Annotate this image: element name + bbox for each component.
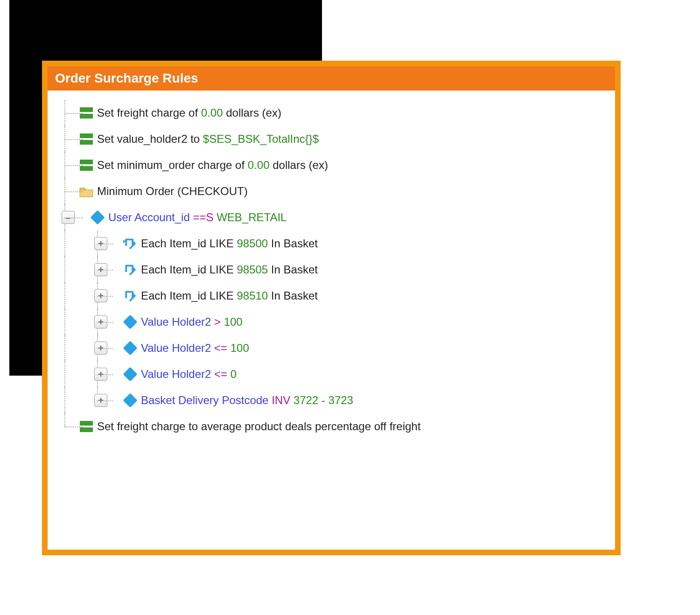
panel-title: Order Surcharge Rules bbox=[48, 66, 615, 91]
tree-node-set-freight[interactable]: Set freight charge of 0.00 dollars (ex) bbox=[54, 100, 609, 126]
expand-toggle[interactable]: + bbox=[94, 394, 107, 407]
rule-value: 3722 - 3723 bbox=[294, 394, 353, 407]
rules-tree: Set freight charge of 0.00 dollars (ex) … bbox=[54, 100, 609, 440]
tree-node-value-holder-lte-0[interactable]: + Value Holder2 <= 0 bbox=[54, 361, 609, 387]
rule-value: 98500 bbox=[237, 237, 268, 250]
rule-text: Set minimum_order charge of bbox=[97, 159, 248, 172]
condition-icon bbox=[123, 369, 137, 379]
rule-operator: INV bbox=[272, 394, 294, 407]
tree-node-user-account[interactable]: – User Account_id ==S WEB_RETAIL bbox=[54, 204, 609, 231]
rule-text: Set freight charge of bbox=[97, 106, 201, 119]
rule-text: Each Item_id LIKE bbox=[141, 263, 237, 276]
panel-body: Set freight charge of 0.00 dollars (ex) … bbox=[48, 91, 615, 446]
rule-text: In Basket bbox=[268, 289, 318, 302]
rule-value: 0 bbox=[231, 368, 237, 381]
tree-node-each-item-98505[interactable]: + Each Item_id LIKE 98505 In Basket bbox=[54, 257, 609, 283]
expand-toggle[interactable]: + bbox=[94, 289, 107, 302]
rule-value: 0.00 bbox=[248, 159, 270, 172]
condition-icon bbox=[91, 212, 105, 223]
rule-subject: Basket Delivery Postcode bbox=[141, 394, 272, 407]
rule-value: 100 bbox=[231, 342, 249, 355]
rule-value: 98510 bbox=[237, 289, 268, 302]
loop-icon bbox=[123, 263, 137, 277]
set-action-icon bbox=[79, 133, 93, 145]
rule-text: Each Item_id LIKE bbox=[141, 289, 237, 302]
rule-text: Set freight charge to average product de… bbox=[97, 420, 420, 433]
condition-icon bbox=[123, 395, 137, 405]
rule-subject: Value Holder2 bbox=[141, 368, 214, 381]
rule-operator: <= bbox=[214, 342, 231, 355]
folder-icon bbox=[79, 186, 93, 197]
rule-subject: Value Holder2 bbox=[141, 342, 214, 355]
tree-node-set-value-holder[interactable]: Set value_holder2 to $SES_BSK_TotalInc{}… bbox=[54, 126, 609, 152]
rule-value: 100 bbox=[224, 315, 243, 328]
rule-text: Set value_holder2 to bbox=[97, 133, 203, 146]
expand-toggle[interactable]: + bbox=[94, 342, 107, 355]
rule-value: $SES_BSK_TotalInc{}$ bbox=[203, 133, 319, 146]
tree-node-value-holder-gt[interactable]: + Value Holder2 > 100 bbox=[54, 309, 609, 335]
condition-icon bbox=[123, 317, 137, 327]
rule-operator: <= bbox=[214, 368, 231, 381]
set-action-icon bbox=[79, 160, 93, 171]
collapse-toggle[interactable]: – bbox=[62, 211, 75, 224]
rule-text: dollars (ex) bbox=[270, 159, 328, 172]
rule-value: 0.00 bbox=[201, 106, 223, 119]
rule-text: In Basket bbox=[268, 237, 318, 250]
expand-toggle[interactable]: + bbox=[94, 315, 107, 328]
rule-subject: Value Holder2 bbox=[141, 315, 214, 328]
expand-toggle[interactable]: + bbox=[94, 237, 107, 250]
tree-node-value-holder-lte-100[interactable]: + Value Holder2 <= 100 bbox=[54, 335, 609, 361]
rule-text: In Basket bbox=[268, 263, 318, 276]
rule-text: Each Item_id LIKE bbox=[141, 237, 237, 250]
tree-node-postcode[interactable]: + Basket Delivery Postcode INV 3722 - 37… bbox=[54, 387, 609, 413]
tree-node-set-freight-avg[interactable]: Set freight charge to average product de… bbox=[54, 413, 609, 440]
rule-subject: User Account_id bbox=[108, 211, 193, 224]
set-action-icon bbox=[79, 107, 93, 119]
tree-node-each-item-98510[interactable]: + Each Item_id LIKE 98510 In Basket bbox=[54, 283, 609, 309]
tree-node-each-item-98500[interactable]: + Each Item_id LIKE 98500 In Basket bbox=[54, 231, 609, 257]
tree-node-set-min-order[interactable]: Set minimum_order charge of 0.00 dollars… bbox=[54, 152, 609, 178]
rule-value: WEB_RETAIL bbox=[217, 211, 287, 224]
rule-text: dollars (ex) bbox=[223, 106, 281, 119]
expand-toggle[interactable]: + bbox=[94, 368, 107, 381]
loop-icon bbox=[123, 289, 137, 303]
rule-text: Minimum Order (CHECKOUT) bbox=[97, 185, 248, 198]
expand-toggle[interactable]: + bbox=[94, 263, 107, 276]
rule-operator: ==S bbox=[193, 211, 217, 224]
condition-icon bbox=[123, 343, 137, 353]
tree-node-folder-min-order[interactable]: Minimum Order (CHECKOUT) bbox=[54, 178, 609, 204]
set-action-icon bbox=[79, 421, 93, 432]
rule-value: 98505 bbox=[237, 263, 268, 276]
loop-icon bbox=[123, 237, 137, 251]
rules-panel: Order Surcharge Rules Set freight charge… bbox=[42, 61, 621, 555]
rule-operator: > bbox=[214, 315, 224, 328]
